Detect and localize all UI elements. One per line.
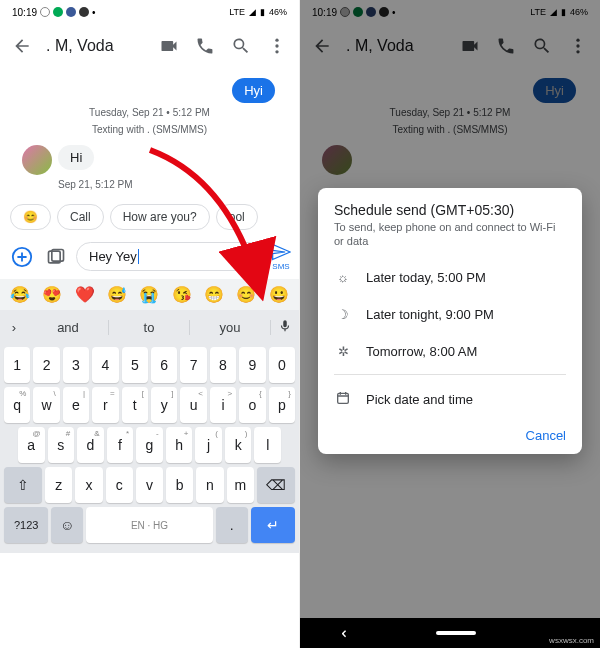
incoming-message[interactable]: Hi bbox=[58, 145, 94, 170]
conversation-title[interactable]: . M, Voda bbox=[46, 37, 145, 55]
nav-home-icon[interactable] bbox=[436, 631, 476, 635]
smart-reply-chip[interactable]: How are you? bbox=[110, 204, 210, 230]
key[interactable]: e| bbox=[63, 387, 89, 423]
key[interactable]: m bbox=[227, 467, 254, 503]
emoji[interactable]: 😀 bbox=[269, 285, 289, 304]
key[interactable]: n bbox=[196, 467, 223, 503]
key[interactable]: 6 bbox=[151, 347, 177, 383]
symbols-key[interactable]: ?123 bbox=[4, 507, 48, 543]
period-key[interactable]: . bbox=[216, 507, 248, 543]
key[interactable]: j( bbox=[195, 427, 222, 463]
smart-reply-chip[interactable]: Call bbox=[57, 204, 104, 230]
status-battery: 46% bbox=[269, 7, 287, 17]
svg-point-1 bbox=[275, 44, 278, 47]
key[interactable]: 3 bbox=[63, 347, 89, 383]
key[interactable]: y] bbox=[151, 387, 177, 423]
emoji[interactable]: 😂 bbox=[10, 285, 30, 304]
key[interactable]: q% bbox=[4, 387, 30, 423]
smart-reply-chip[interactable]: ool bbox=[216, 204, 258, 230]
schedule-option-later-today[interactable]: ☼ Later today, 5:00 PM bbox=[334, 259, 566, 296]
send-button[interactable]: SMS bbox=[271, 242, 291, 271]
divider bbox=[334, 374, 566, 375]
key[interactable]: r= bbox=[92, 387, 118, 423]
emoji-key[interactable]: ☺ bbox=[51, 507, 83, 543]
emoji[interactable]: 😊 bbox=[236, 285, 256, 304]
key[interactable]: w\ bbox=[33, 387, 59, 423]
key[interactable]: 2 bbox=[33, 347, 59, 383]
key[interactable]: p} bbox=[269, 387, 295, 423]
add-button[interactable] bbox=[8, 243, 36, 271]
call-icon[interactable] bbox=[193, 34, 217, 58]
keyboard: 1 2 3 4 5 6 7 8 9 0 q% w\ e| r= t[ y] u<… bbox=[0, 344, 299, 553]
message-text: Hey Yey bbox=[89, 249, 137, 264]
enter-key[interactable]: ↵ bbox=[251, 507, 295, 543]
outgoing-message[interactable]: Hyi bbox=[232, 78, 275, 103]
nav-back-icon[interactable]: ⌄ bbox=[338, 627, 357, 640]
search-icon[interactable] bbox=[229, 34, 253, 58]
emoji[interactable]: 😘 bbox=[172, 285, 192, 304]
schedule-option-tomorrow[interactable]: ✲ Tomorrow, 8:00 AM bbox=[334, 333, 566, 370]
key[interactable]: g- bbox=[136, 427, 163, 463]
key[interactable]: b bbox=[166, 467, 193, 503]
date-header: Tuesday, Sep 21 • 5:12 PM bbox=[12, 107, 287, 118]
sunrise-icon: ✲ bbox=[334, 344, 352, 359]
schedule-option-pick[interactable]: Pick date and time bbox=[334, 379, 566, 420]
key[interactable]: 4 bbox=[92, 347, 118, 383]
suggestion[interactable]: you bbox=[190, 320, 271, 335]
key[interactable]: 5 bbox=[122, 347, 148, 383]
status-app-icon bbox=[40, 7, 50, 17]
svg-point-7 bbox=[244, 253, 246, 255]
key[interactable]: 7 bbox=[180, 347, 206, 383]
key[interactable]: u< bbox=[180, 387, 206, 423]
dialog-title: Schedule send (GMT+05:30) bbox=[334, 202, 566, 218]
key[interactable]: l bbox=[254, 427, 281, 463]
key[interactable]: o{ bbox=[239, 387, 265, 423]
backspace-key[interactable]: ⌫ bbox=[257, 467, 295, 503]
key[interactable]: 9 bbox=[239, 347, 265, 383]
emoji[interactable]: 😭 bbox=[139, 285, 159, 304]
back-icon[interactable] bbox=[10, 34, 34, 58]
shift-key[interactable]: ⇧ bbox=[4, 467, 42, 503]
key[interactable]: d& bbox=[77, 427, 104, 463]
video-call-icon[interactable] bbox=[157, 34, 181, 58]
compose-bar: Hey Yey SMS bbox=[0, 238, 299, 279]
key[interactable]: h+ bbox=[166, 427, 193, 463]
message-input[interactable]: Hey Yey bbox=[76, 242, 265, 271]
emoji[interactable]: 😁 bbox=[204, 285, 224, 304]
key[interactable]: i> bbox=[210, 387, 236, 423]
key[interactable]: f* bbox=[107, 427, 134, 463]
avatar[interactable] bbox=[22, 145, 52, 175]
emoji[interactable]: 😅 bbox=[107, 285, 127, 304]
battery-icon: ▮ bbox=[260, 7, 265, 17]
message-time: Sep 21, 5:12 PM bbox=[12, 179, 287, 190]
space-key[interactable]: EN · HG bbox=[86, 507, 213, 543]
send-label: SMS bbox=[272, 262, 289, 271]
status-time: 10:19 bbox=[12, 7, 37, 18]
mic-icon[interactable] bbox=[271, 319, 299, 336]
schedule-option-later-tonight[interactable]: ☽ Later tonight, 9:00 PM bbox=[334, 296, 566, 333]
key[interactable]: a@ bbox=[18, 427, 45, 463]
smart-reply-chip[interactable]: 😊 bbox=[10, 204, 51, 230]
key[interactable]: t[ bbox=[122, 387, 148, 423]
emoji[interactable]: 😍 bbox=[42, 285, 62, 304]
gallery-button[interactable] bbox=[42, 243, 70, 271]
key[interactable]: x bbox=[75, 467, 102, 503]
key[interactable]: k) bbox=[225, 427, 252, 463]
key[interactable]: 0 bbox=[269, 347, 295, 383]
key[interactable]: v bbox=[136, 467, 163, 503]
texting-info: Texting with . (SMS/MMS) bbox=[12, 124, 287, 135]
status-app-icon bbox=[66, 7, 76, 17]
expand-icon[interactable]: › bbox=[0, 320, 28, 335]
app-bar: . M, Voda bbox=[0, 24, 299, 68]
key[interactable]: 8 bbox=[210, 347, 236, 383]
suggestion[interactable]: to bbox=[109, 320, 190, 335]
suggestion[interactable]: and bbox=[28, 320, 109, 335]
emoji-icon[interactable] bbox=[238, 246, 256, 267]
emoji[interactable]: ❤️ bbox=[75, 285, 95, 304]
key[interactable]: 1 bbox=[4, 347, 30, 383]
cancel-button[interactable]: Cancel bbox=[526, 428, 566, 443]
key[interactable]: s# bbox=[48, 427, 75, 463]
key[interactable]: z bbox=[45, 467, 72, 503]
key[interactable]: c bbox=[106, 467, 133, 503]
more-icon[interactable] bbox=[265, 34, 289, 58]
